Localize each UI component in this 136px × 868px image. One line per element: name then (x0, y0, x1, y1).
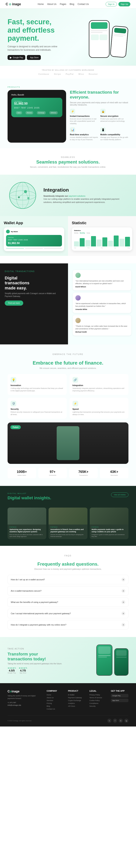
footer-link-services[interactable]: Services (47, 700, 64, 702)
bar-6 (108, 241, 113, 246)
faq-item-5[interactable]: How do I integrate a payment gateway wit… (7, 620, 129, 629)
footer-link-cookies[interactable]: Cookie Policy (89, 700, 107, 702)
trusted-logos: Coinbase Stripe PayPal Wise Revolut (7, 73, 129, 75)
card-send[interactable]: Send (16, 111, 22, 114)
footer-link-api[interactable]: API Docs (68, 705, 86, 707)
faq-item-1[interactable]: How do I set up an e-wallet account? + (7, 575, 129, 584)
testimonial-avatar-2 (75, 295, 81, 301)
faq-toggle-2[interactable]: + (121, 589, 125, 593)
article-1: Fintech Optimizing user experience: desi… (7, 507, 46, 539)
google-play-badge[interactable]: ▶ Google Play (7, 55, 25, 60)
stat-merchants-label: Merchants (102, 474, 126, 476)
logo-stripe: Stripe (54, 73, 61, 75)
wallet-heading: Wallet App (4, 221, 64, 225)
twitter-icon[interactable]: 𝕏 (107, 719, 111, 723)
nav-blog[interactable]: Blog (70, 3, 74, 5)
faq-toggle-3[interactable]: + (121, 600, 125, 604)
apple-store-name: App Store (19, 672, 27, 674)
faq-section: FAQS Frequently asked questions. Discove… (0, 546, 136, 637)
footer-link-compliance[interactable]: Compliance (89, 703, 107, 704)
card-withdraw[interactable]: Withdraw (49, 111, 58, 114)
integration-heading: Integration (44, 187, 129, 193)
footer-link-contact[interactable]: Contact Us (47, 708, 64, 710)
feature-secure-title: Secure encryption (100, 115, 129, 117)
faq-item-4[interactable]: Can I accept international payments with… (7, 609, 129, 618)
footer-link-privacy[interactable]: Privacy Policy (89, 694, 107, 696)
cta-section: TAKE ACTION Transform your transactions … (0, 637, 136, 683)
faq-item-3[interactable]: What are the benefits of using a payment… (7, 597, 129, 607)
nav-pages[interactable]: Pages (60, 3, 66, 5)
faq-toggle-4[interactable]: + (121, 612, 125, 615)
bar-5 (102, 238, 107, 246)
footer-app-store[interactable]: App Store (111, 699, 129, 702)
footer-link-pricing[interactable]: Pricing (47, 703, 64, 704)
apple-score: 4.7/5 (19, 669, 27, 672)
nav-home[interactable]: Home (37, 3, 44, 5)
instagram-icon[interactable]: ig (124, 719, 129, 723)
find-out-more-button[interactable]: Find out more (5, 301, 23, 306)
navbar: Coinage Home About Us Pages Blog Contact… (0, 0, 136, 8)
footer-link-ewallet[interactable]: E-Wallet (68, 694, 86, 696)
footer-google-play[interactable]: Google Play (111, 694, 129, 698)
future-heading: Embrace the future of finance. (7, 360, 129, 366)
hero-headline: Fast, secure, and effortless payment. (7, 18, 60, 42)
stat-transactions-num: 765K+ (72, 470, 96, 474)
nav-about[interactable]: About Us (47, 3, 56, 5)
card-receive[interactable]: Receive (26, 111, 33, 114)
hero-phone-1 (89, 20, 110, 58)
cta-heading: Transform your transactions today! (7, 652, 62, 662)
footer-apps-title: GET THE APP (111, 690, 129, 692)
footer-link-analytics[interactable]: Analytics (68, 703, 86, 704)
linkedin-icon[interactable]: in (119, 719, 123, 723)
cta-description: Taking the world of money and payment ga… (7, 663, 62, 665)
social-icons: 𝕏 f in ig (107, 719, 129, 723)
innovation-title: Innovation (10, 384, 64, 386)
integration-banner: Integration Seamlessly integrate our pay… (0, 175, 136, 216)
products-heading: Efficient transactions for everyone. (70, 90, 129, 100)
digital-left: DIGITAL TRANSACTIONS Digital transaction… (0, 264, 68, 344)
footer-link-terms[interactable]: Terms of Service (89, 697, 107, 699)
future-description: We ensure secure, seamless, and efficien… (7, 367, 129, 369)
footer-link-home[interactable]: Home (47, 694, 64, 696)
nav-logo: Coinage (6, 2, 21, 6)
card-exchange[interactable]: Exchange (37, 111, 46, 114)
app-store-badge[interactable]: App Store (27, 55, 40, 60)
signup-button[interactable]: Sign Up (118, 2, 130, 6)
faq-label: FAQS (7, 555, 129, 557)
bar-7 (114, 236, 119, 246)
faq-toggle-1[interactable]: + (121, 578, 125, 582)
stat-users-label: Active Users (10, 474, 34, 476)
footer-link-blog[interactable]: Blog (47, 705, 64, 707)
stats-row: 100B+ Active Users 97+ Currencies 765K+ … (7, 468, 129, 478)
footer-link-crypto[interactable]: Crypto Exchange (68, 700, 86, 702)
stat-users-num: 100B+ (10, 470, 34, 474)
faq-toggle-5[interactable]: + (121, 623, 125, 627)
digital-transactions-section: DIGITAL TRANSACTIONS Digital transaction… (0, 264, 136, 344)
article-1-title: Optimizing user experience: designing se… (9, 528, 45, 533)
faq-item-2[interactable]: Are e-wallet transactions secure? + (7, 586, 129, 595)
insights-section: DIGITAL WALLET Digital wallet insights. … (0, 486, 136, 546)
footer-apps: GET THE APP Google Play App Store (111, 690, 129, 711)
article-3-desc: A beginner's guide to mobile payments an… (91, 534, 127, 537)
digital-description: Simplify global payments with Coinage's … (5, 292, 63, 298)
testimonial-3: "Thanks to Coinage, our online sales hav… (73, 315, 131, 336)
testimonial-2: "We've experienced a dramatic reduction … (73, 292, 131, 313)
google-store-name: Google Play (7, 672, 16, 674)
footer-link-security[interactable]: Security (89, 705, 107, 707)
bar-0 (74, 241, 79, 246)
nav-contact[interactable]: Contact Us (78, 3, 89, 5)
testimonial-3-name: Michael Smith (75, 331, 129, 333)
article-2-tag: Fintech (50, 526, 85, 528)
features-grid: ⚡ Instant transactions Execute secure tr… (70, 109, 129, 141)
footer-bottom: © 2024 Coinage. All rights reserved. 𝕏 f… (7, 716, 129, 723)
footer-link-gateway[interactable]: Payment Gateway (68, 697, 86, 699)
footer-logo: Coinage (7, 690, 43, 693)
signin-button[interactable]: Sign In (106, 2, 117, 6)
rating-google: ★★★★½ 4.5/5 Google Play (7, 667, 16, 674)
faq-description: Discover how our e-money and payment gat… (7, 568, 129, 570)
facebook-icon[interactable]: f (113, 719, 117, 723)
testimonial-2-quote: "We've experienced a dramatic reduction … (75, 302, 129, 308)
footer-link-about[interactable]: About Us (47, 697, 64, 699)
cta-left: TAKE ACTION Transform your transactions … (7, 647, 62, 674)
view-all-articles-button[interactable]: View all Articles (111, 493, 129, 497)
